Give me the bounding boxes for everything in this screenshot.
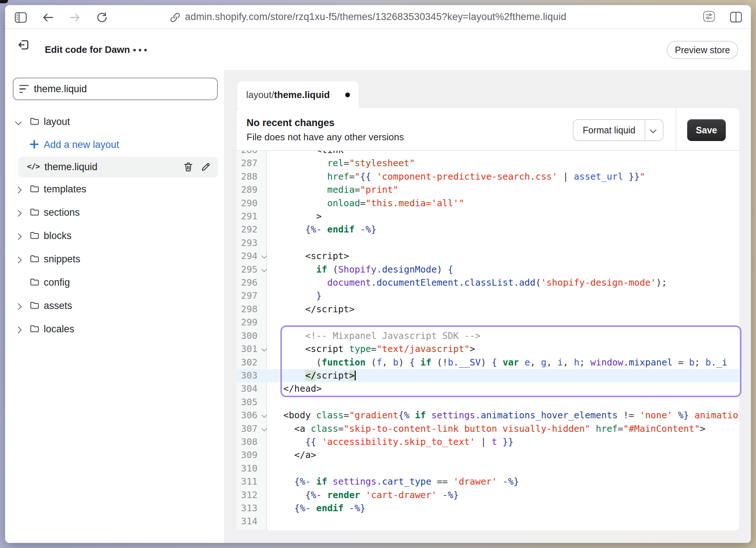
code-line[interactable]: 293: [237, 236, 744, 250]
code-line[interactable]: 297 }: [237, 289, 744, 302]
text-cursor: [355, 371, 356, 380]
sidebar-folder-config[interactable]: config: [5, 271, 224, 294]
code-line[interactable]: 301 <script type="text/javascript">: [237, 342, 744, 356]
editor-card: No recent changes File does not have any…: [237, 108, 739, 530]
code-line[interactable]: 306<body class="gradient{% if settings.a…: [237, 409, 744, 422]
chevron-right-icon[interactable]: [16, 210, 20, 215]
sidebar-folder-locales[interactable]: locales: [5, 317, 224, 341]
code-line[interactable]: 314: [237, 515, 744, 528]
code-line[interactable]: 309 </a>: [237, 449, 744, 462]
reader-settings-icon[interactable]: [703, 11, 715, 22]
code-line[interactable]: 295 if (Shopify.designMode) {: [237, 263, 744, 276]
code-line[interactable]: 296 document.documentElement.classList.a…: [237, 276, 744, 289]
chevron-right-icon[interactable]: [16, 257, 20, 261]
unsaved-dot: [345, 93, 350, 97]
app-header: Edit code for Dawn Preview store: [5, 30, 751, 70]
fold-chevron-icon[interactable]: [262, 254, 266, 258]
format-liquid-button[interactable]: Format liquid: [573, 119, 664, 141]
code-line[interactable]: 291 >: [237, 210, 744, 223]
fold-chevron-icon[interactable]: [262, 347, 266, 351]
sidebar-file-theme-liquid[interactable]: </> theme.liquid: [18, 157, 218, 177]
code-line[interactable]: 289 media="print": [237, 183, 744, 196]
split-view-icon[interactable]: [730, 12, 742, 23]
status-title: No recent changes: [247, 117, 335, 129]
folder-icon: [29, 254, 40, 264]
sidebar-folder-sections[interactable]: sections: [5, 201, 224, 224]
folder-icon: [29, 277, 40, 287]
code-line[interactable]: 308 {{ 'accessibility.skip_to_text' | t …: [237, 435, 744, 449]
chevron-down-icon[interactable]: [651, 128, 655, 132]
code-line[interactable]: 302 (function (f, b) { if (!b.__SV) { va…: [237, 356, 744, 369]
code-line[interactable]: 294 <script>: [237, 250, 744, 263]
fold-chevron-icon[interactable]: [262, 427, 266, 431]
code-line[interactable]: 287 rel="stylesheet": [237, 157, 744, 170]
fold-chevron-icon[interactable]: [262, 413, 266, 417]
chevron-right-icon[interactable]: [16, 187, 20, 191]
code-line[interactable]: 305: [237, 396, 744, 409]
code-line[interactable]: 288 href="{{ 'component-predictive-searc…: [237, 170, 744, 183]
status-subtitle: File does not have any other versions: [247, 132, 404, 143]
file-sidebar: theme.liquid layout Add a new layout </>…: [5, 70, 224, 543]
browser-toolbar: admin.shopify.com/store/rzq1xu-f5/themes…: [5, 5, 751, 29]
tab-theme-liquid[interactable]: layout/theme.liquid: [237, 81, 359, 108]
folder-icon: [29, 116, 40, 126]
code-editor[interactable]: 286 <link287 rel="stylesheet"288 href="{…: [237, 151, 744, 530]
plus-icon: [29, 139, 39, 149]
sidebar-folder-assets[interactable]: assets: [5, 294, 224, 317]
link-icon: [169, 11, 181, 24]
code-lines: 286 <link287 rel="stylesheet"288 href="{…: [237, 151, 744, 530]
code-line[interactable]: 311 {%- if settings.cart_type == 'drawer…: [237, 475, 744, 488]
folder-icon: [29, 184, 40, 194]
file-search-input[interactable]: theme.liquid: [13, 78, 218, 100]
folder-icon: [29, 207, 40, 217]
chevron-right-icon[interactable]: [16, 304, 20, 308]
code-line[interactable]: 286 <link: [237, 151, 744, 157]
code-line[interactable]: 290 onload="this.media='all'": [237, 197, 744, 210]
code-line[interactable]: 313 {%- endif -%}: [237, 502, 744, 515]
chevron-right-icon[interactable]: [16, 234, 20, 238]
save-button[interactable]: Save: [687, 119, 726, 141]
exit-icon[interactable]: [17, 38, 30, 51]
tab-file: theme.liquid: [274, 89, 330, 100]
url-bar[interactable]: admin.shopify.com/store/rzq1xu-f5/themes…: [185, 5, 566, 29]
forward-icon[interactable]: [68, 12, 81, 23]
folder-icon: [29, 300, 40, 310]
preview-store-button[interactable]: Preview store: [667, 41, 738, 59]
sidebar-folder-blocks[interactable]: blocks: [5, 224, 224, 247]
sidebar-toggle-icon[interactable]: [15, 12, 27, 23]
code-line[interactable]: 315 {%- if settings.cart_type == 'notifi…: [237, 528, 744, 530]
chevron-down-icon[interactable]: [16, 120, 20, 124]
code-line[interactable]: 299: [237, 316, 744, 329]
filter-icon: [19, 85, 29, 93]
editor-pane: layout/theme.liquid No recent changes Fi…: [224, 70, 751, 543]
tab-path: layout/: [246, 89, 274, 100]
sidebar-folder-layout[interactable]: layout: [5, 110, 224, 133]
back-icon[interactable]: [42, 12, 54, 23]
browser-window: admin.shopify.com/store/rzq1xu-f5/themes…: [5, 5, 751, 543]
code-file-icon: </>: [27, 162, 40, 171]
folder-icon: [29, 324, 40, 334]
folder-icon: [29, 230, 40, 240]
sidebar-folder-snippets[interactable]: snippets: [5, 247, 224, 271]
add-new-layout-button[interactable]: Add a new layout: [5, 133, 224, 156]
more-menu-button[interactable]: [133, 49, 147, 51]
code-line[interactable]: 298 </script>: [237, 303, 744, 316]
code-line[interactable]: 300 <!-- Mixpanel Javascript SDK -->: [237, 329, 744, 342]
sidebar-folder-templates[interactable]: templates: [5, 177, 224, 201]
code-line[interactable]: 310: [237, 462, 744, 475]
code-line[interactable]: 303 </script>: [237, 369, 744, 382]
reload-icon[interactable]: [96, 12, 108, 23]
desktop-corner: [0, 0, 8, 3]
page-title: Edit code for Dawn: [45, 30, 130, 70]
search-value: theme.liquid: [34, 83, 87, 95]
chevron-right-icon[interactable]: [16, 327, 20, 331]
code-line[interactable]: 307 <a class="skip-to-content-link butto…: [237, 422, 744, 435]
delete-icon[interactable]: [183, 161, 194, 172]
code-line[interactable]: 304</head>: [237, 382, 744, 395]
fold-chevron-icon[interactable]: [262, 267, 266, 271]
code-line[interactable]: 312 {%- render 'cart-drawer' -%}: [237, 489, 744, 502]
code-line[interactable]: 292 {%- endif -%}: [237, 223, 744, 236]
edit-icon[interactable]: [200, 161, 211, 172]
